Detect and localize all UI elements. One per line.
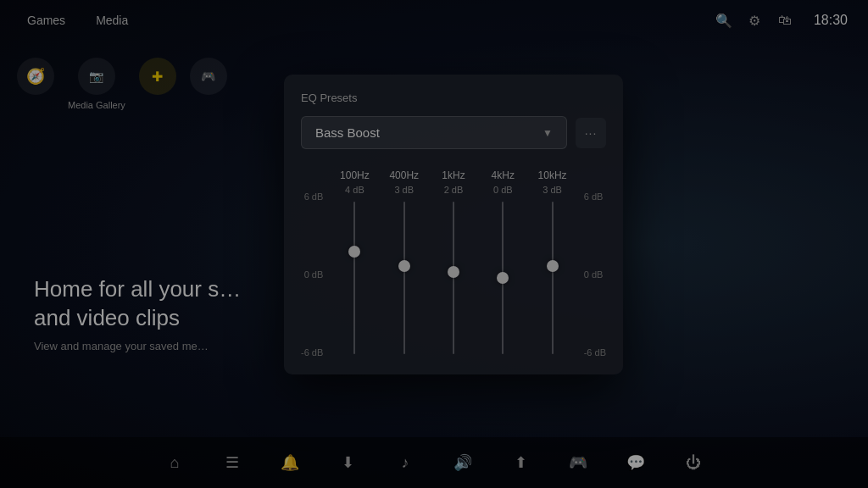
- dim-overlay: [0, 0, 868, 488]
